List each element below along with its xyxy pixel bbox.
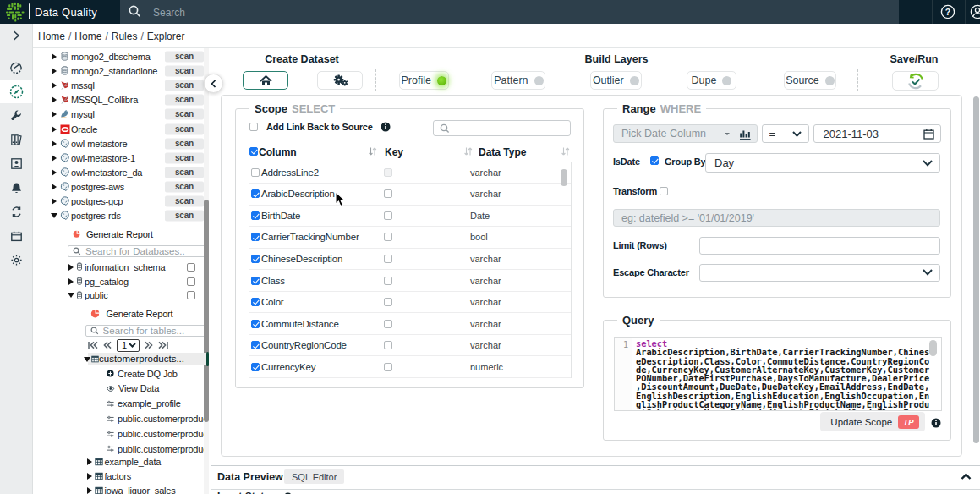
jobs-sync-icon[interactable] <box>0 200 32 224</box>
prev-page-icon[interactable] <box>103 340 112 350</box>
info-icon[interactable] <box>381 122 391 132</box>
help-icon[interactable]: ? <box>940 4 955 19</box>
key-checkbox[interactable] <box>384 341 392 349</box>
transform-input[interactable]: eg: datefield >= '01/01/2019' <box>613 209 940 227</box>
expand-triangle-icon[interactable] <box>51 213 57 218</box>
expand-sidebar-icon[interactable] <box>0 24 32 47</box>
limit-input[interactable] <box>699 237 940 255</box>
scan-badge[interactable]: scan <box>165 66 204 77</box>
expand-triangle-icon[interactable] <box>87 487 92 494</box>
generate-report-schema-button[interactable]: Generate Report <box>90 308 173 321</box>
data-type-header[interactable]: Data Type <box>479 146 526 158</box>
expand-triangle-icon[interactable] <box>52 96 57 103</box>
expand-triangle-icon[interactable] <box>87 458 92 465</box>
tree-scrollbar-thumb[interactable] <box>204 200 209 422</box>
key-checkbox[interactable] <box>384 189 392 198</box>
expand-triangle-icon[interactable] <box>84 357 90 362</box>
key-checkbox[interactable] <box>384 363 392 371</box>
scan-badge[interactable]: scan <box>165 167 204 178</box>
database-tree-row[interactable]: owl-metastore scan <box>33 136 211 151</box>
schema-tree-row[interactable]: information_schema <box>33 261 211 275</box>
table-action-row[interactable]: public.customerproductsale <box>33 411 205 426</box>
column-row[interactable]: ChineseDescription varchar <box>249 249 571 271</box>
page-number-select[interactable]: 1 <box>117 339 140 352</box>
breadcrumb-item[interactable]: Rules <box>112 30 138 42</box>
database-tree-row[interactable]: mongo2_standadlone scan <box>33 64 211 79</box>
sql-code-editor[interactable]: 1 selectArabicDescription,BirthDate,Carr… <box>614 337 942 411</box>
main-scrollbar[interactable] <box>972 48 979 494</box>
column-row[interactable]: Color varchar <box>249 292 571 314</box>
database-search-input[interactable]: Search for Databases.. <box>68 245 206 257</box>
expand-triangle-icon[interactable] <box>52 53 57 60</box>
scan-badge[interactable]: scan <box>165 124 204 134</box>
column-checkbox[interactable] <box>251 189 260 198</box>
next-page-icon[interactable] <box>145 340 153 350</box>
expand-triangle-icon[interactable] <box>68 264 74 271</box>
database-tree-row[interactable]: postgres-rds scan <box>33 209 211 223</box>
column-checkbox[interactable] <box>251 277 260 285</box>
scan-badge[interactable]: scan <box>165 52 204 63</box>
breadcrumb-item[interactable]: Home <box>74 30 101 42</box>
table-action-row[interactable]: View Data <box>33 381 205 396</box>
expand-triangle-icon[interactable] <box>52 184 57 190</box>
key-checkbox[interactable] <box>384 255 392 263</box>
scan-badge[interactable]: scan <box>165 138 204 149</box>
table-tree-row[interactable]: example_data <box>33 455 211 469</box>
column-checkbox[interactable] <box>251 298 260 306</box>
column-checkbox[interactable] <box>251 320 260 328</box>
scan-badge[interactable]: scan <box>165 80 204 91</box>
settings-button[interactable] <box>317 71 363 90</box>
column-checkbox[interactable] <box>251 363 260 371</box>
column-row[interactable]: CountryRegionCode varchar <box>249 335 571 357</box>
layer-toggle-button[interactable]: Dupe <box>687 71 736 90</box>
scope-scrollbar-thumb[interactable] <box>561 169 567 186</box>
dashboard-icon[interactable] <box>0 56 32 80</box>
user-profile-icon[interactable] <box>970 4 980 19</box>
scan-badge[interactable]: scan <box>165 211 204 222</box>
info-icon[interactable] <box>931 418 941 428</box>
key-checkbox[interactable] <box>384 211 392 220</box>
calendar-icon[interactable] <box>923 129 934 140</box>
operator-select[interactable]: = <box>762 124 809 143</box>
database-tree-row[interactable]: mssql scan <box>33 79 211 93</box>
layer-toggle-button[interactable]: Source <box>784 71 836 90</box>
column-row[interactable]: Class varchar <box>249 270 571 292</box>
histogram-icon[interactable] <box>739 129 752 141</box>
key-checkbox[interactable] <box>384 277 392 285</box>
selected-table-row[interactable]: customerproducts... <box>33 353 211 366</box>
escape-select[interactable] <box>699 264 940 283</box>
column-row[interactable]: CurrencyKey numeric <box>249 356 571 378</box>
select-all-checkbox[interactable] <box>249 147 258 156</box>
expand-triangle-icon[interactable] <box>87 473 92 480</box>
first-page-icon[interactable] <box>87 340 98 350</box>
home-button[interactable] <box>243 71 288 90</box>
reports-icon[interactable] <box>0 152 32 176</box>
table-action-row[interactable]: example_profile <box>33 396 205 411</box>
expand-triangle-icon[interactable] <box>52 111 57 118</box>
sort-icon[interactable] <box>368 146 377 156</box>
column-checkbox[interactable] <box>251 233 260 241</box>
column-row[interactable]: AddressLine2 varchar <box>249 162 571 184</box>
table-search-input[interactable]: Search for tables... <box>85 325 206 337</box>
column-checkbox[interactable] <box>251 255 260 263</box>
table-action-row[interactable]: public.customerproductsale <box>33 426 205 442</box>
column-search-input[interactable] <box>433 120 571 136</box>
catalog-icon[interactable] <box>0 128 32 151</box>
schema-checkbox[interactable] <box>187 277 195 286</box>
scan-badge[interactable]: scan <box>165 152 204 163</box>
database-tree-row[interactable]: owl-metastore-1 scan <box>33 151 211 165</box>
admin-gear-icon[interactable] <box>0 249 32 272</box>
add-link-checkbox[interactable] <box>249 123 258 131</box>
date-input[interactable]: 2021-11-03 <box>813 124 941 143</box>
key-header[interactable]: Key <box>385 146 403 158</box>
sql-code[interactable]: selectArabicDescription,BirthDate,Carrie… <box>636 339 931 411</box>
chevron-up-icon[interactable] <box>961 473 972 480</box>
layer-toggle-button[interactable]: Profile <box>399 71 449 90</box>
editor-scrollbar-thumb[interactable] <box>929 340 937 356</box>
column-checkbox[interactable] <box>251 168 260 177</box>
expand-triangle-icon[interactable] <box>52 140 57 147</box>
database-tree-row[interactable]: Oracle scan <box>33 122 211 136</box>
alerts-bell-icon[interactable] <box>0 176 32 200</box>
main-scrollbar-thumb[interactable] <box>973 96 979 443</box>
global-search-input[interactable]: Search <box>153 7 185 19</box>
